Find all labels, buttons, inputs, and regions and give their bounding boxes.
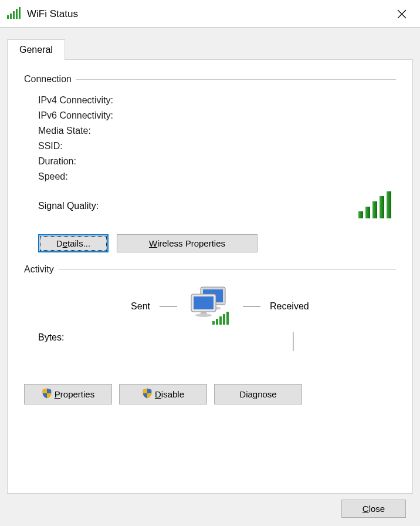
field-signal-quality: Signal Quality: <box>24 188 396 224</box>
sent-label: Sent <box>92 301 150 312</box>
properties-button[interactable]: Properties <box>24 384 112 404</box>
svg-point-19 <box>195 313 212 317</box>
shield-icon <box>142 388 153 400</box>
svg-rect-7 <box>358 211 363 218</box>
bytes-label: Bytes: <box>38 332 132 343</box>
wireless-properties-button[interactable]: Wireless Properties <box>117 234 258 252</box>
content-area: General Connection IPv4 Connectivity: IP… <box>0 28 420 526</box>
svg-rect-4 <box>19 7 21 19</box>
group-activity-title: Activity <box>24 264 54 275</box>
field-duration: Duration: <box>24 154 396 169</box>
divider <box>76 79 396 80</box>
dash-icon <box>243 306 260 307</box>
details-button-label: Details... <box>56 238 90 248</box>
ssid-label: SSID: <box>38 141 226 151</box>
ipv6-label: IPv6 Connectivity: <box>38 110 226 121</box>
wifi-signal-icon <box>7 7 21 21</box>
divider <box>59 269 396 270</box>
field-bytes: Bytes: <box>24 332 396 356</box>
close-icon <box>397 9 407 19</box>
disable-button-label: Disable <box>155 389 184 399</box>
svg-rect-24 <box>226 312 229 325</box>
tab-row: General <box>7 39 413 59</box>
duration-label: Duration: <box>38 156 226 167</box>
received-label: Received <box>270 301 328 312</box>
svg-rect-1 <box>10 14 12 19</box>
signal-bars-icon <box>358 191 394 220</box>
svg-rect-2 <box>13 11 15 19</box>
ipv4-value <box>226 95 396 106</box>
window-title: WiFi Status <box>27 8 388 20</box>
duration-value <box>226 156 396 167</box>
details-button[interactable]: Details... <box>38 234 109 252</box>
svg-rect-23 <box>223 314 225 325</box>
activity-visualization: Sent <box>24 283 396 330</box>
svg-rect-20 <box>212 321 215 325</box>
disable-button[interactable]: Disable <box>119 384 207 404</box>
speed-label: Speed: <box>38 171 226 182</box>
svg-rect-3 <box>16 9 18 19</box>
close-button[interactable]: Close <box>341 500 406 518</box>
media-state-value <box>226 126 396 136</box>
field-ipv6: IPv6 Connectivity: <box>24 108 396 123</box>
connection-buttons: Details... Wireless Properties <box>24 234 396 252</box>
ipv6-value <box>226 110 396 121</box>
svg-rect-11 <box>387 191 391 218</box>
speed-value <box>226 171 396 182</box>
field-speed: Speed: <box>24 169 396 184</box>
diagnose-button-label: Diagnose <box>239 389 276 399</box>
diagnose-button[interactable]: Diagnose <box>214 384 302 404</box>
field-ipv4: IPv4 Connectivity: <box>24 93 396 108</box>
window-close-button[interactable] <box>388 5 415 23</box>
tab-general[interactable]: General <box>7 39 65 60</box>
ssid-value <box>226 141 396 151</box>
close-button-label: Close <box>363 504 385 514</box>
wireless-properties-label: Wireless Properties <box>149 238 225 248</box>
panel-general: Connection IPv4 Connectivity: IPv6 Conne… <box>7 59 413 494</box>
svg-rect-9 <box>372 201 377 218</box>
group-connection-title: Connection <box>24 74 72 85</box>
svg-rect-17 <box>194 296 214 309</box>
titlebar: WiFi Status <box>0 0 420 28</box>
signal-quality-label: Signal Quality: <box>38 201 358 211</box>
svg-rect-21 <box>216 319 218 325</box>
dash-icon <box>160 306 177 307</box>
svg-rect-22 <box>219 316 222 325</box>
ipv4-label: IPv4 Connectivity: <box>38 95 226 106</box>
close-row: Close <box>341 500 406 518</box>
group-connection: Connection <box>24 74 396 85</box>
activity-buttons: Properties Disable Diagnose <box>24 384 396 404</box>
media-state-label: Media State: <box>38 126 226 136</box>
svg-rect-0 <box>7 15 9 19</box>
field-media-state: Media State: <box>24 123 396 139</box>
svg-rect-8 <box>365 207 370 218</box>
network-computers-icon <box>187 286 233 327</box>
divider-vertical <box>293 332 294 351</box>
field-ssid: SSID: <box>24 139 396 154</box>
svg-rect-10 <box>380 196 384 218</box>
shield-icon <box>42 388 52 400</box>
properties-button-label: Properties <box>55 389 94 399</box>
group-activity: Activity <box>24 264 396 275</box>
